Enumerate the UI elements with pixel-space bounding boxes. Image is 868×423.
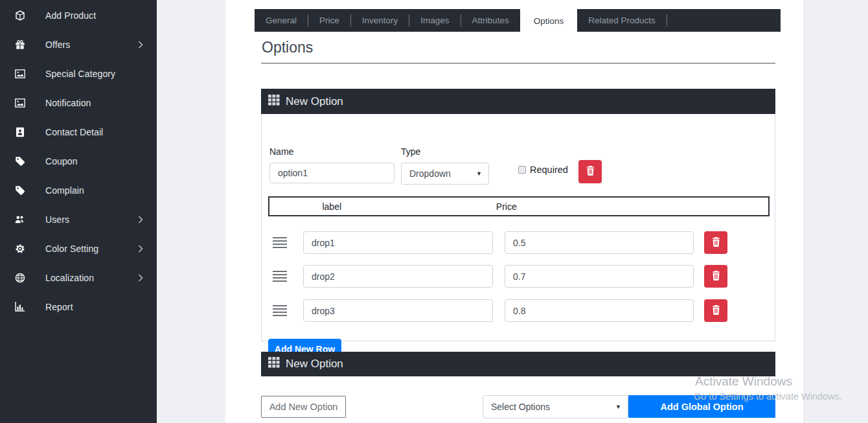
- sidebar-item-localization[interactable]: Localization: [0, 263, 157, 292]
- product-editor-page: Add Product Offers Special Category Noti…: [0, 0, 868, 423]
- sidebar-item-label: Users: [45, 214, 69, 225]
- trash-icon: [712, 271, 720, 282]
- chevron-right-icon: [138, 245, 143, 253]
- sidebar-item-label: Notification: [45, 98, 91, 108]
- sidebar-item-label: Complain: [45, 185, 84, 196]
- trash-icon: [586, 166, 595, 177]
- tab-general[interactable]: General: [255, 9, 308, 32]
- sidebar-item-label: Color Setting: [45, 244, 98, 254]
- address-book-icon: [14, 127, 25, 137]
- title-divider: [261, 63, 775, 63]
- sidebar-item-label: Special Category: [45, 69, 115, 79]
- column-header-price: Price: [394, 201, 619, 212]
- sidebar-item-offers[interactable]: Offers: [0, 30, 157, 59]
- tab-attributes[interactable]: Attributes: [461, 9, 520, 32]
- panel-title: New Option: [286, 358, 343, 371]
- product-tab-bar: General Price Inventory Images Attribute…: [255, 9, 781, 32]
- new-option-panel: New Option Name Type Dropdown ▼ Required…: [261, 89, 775, 341]
- delete-option-button[interactable]: [578, 160, 602, 183]
- tab-images[interactable]: Images: [409, 9, 460, 32]
- sidebar-item-notification[interactable]: Notification: [0, 88, 157, 117]
- option-name-input[interactable]: [269, 163, 394, 183]
- gear-icon: [14, 244, 25, 254]
- tab-price[interactable]: Price: [308, 9, 350, 32]
- chevron-right-icon: [138, 41, 143, 49]
- second-new-option-panel: New Option: [261, 352, 775, 376]
- delete-row-button[interactable]: [704, 231, 727, 254]
- tag-icon: [14, 185, 25, 196]
- row-price-input[interactable]: [505, 299, 694, 322]
- page-title: Options: [262, 39, 313, 56]
- table-grid-icon: [268, 357, 280, 371]
- row-label-input[interactable]: [303, 299, 493, 322]
- gift-icon: [14, 40, 25, 50]
- select-caret-icon: ▼: [615, 404, 621, 410]
- globe-icon: [14, 273, 25, 283]
- tag-icon: [14, 156, 25, 166]
- tab-inventory[interactable]: Inventory: [351, 9, 409, 32]
- add-new-option-button[interactable]: Add New Option: [261, 396, 346, 418]
- sidebar-item-label: Coupon: [45, 156, 78, 166]
- add-global-option-button[interactable]: Add Global Option: [628, 395, 775, 418]
- sidebar-item-color-setting[interactable]: Color Setting: [0, 234, 157, 263]
- chevron-right-icon: [138, 274, 143, 282]
- row-label-input[interactable]: [303, 265, 493, 288]
- image-icon: [14, 98, 25, 108]
- sidebar-item-coupon[interactable]: Coupon: [0, 146, 157, 176]
- row-drag-handle[interactable]: [273, 305, 287, 316]
- required-checkbox[interactable]: [518, 166, 526, 174]
- rows-table-header: label Price: [268, 196, 770, 216]
- row-price-input[interactable]: [505, 265, 694, 288]
- panel-title: New Option: [286, 95, 343, 108]
- type-label: Type: [401, 146, 420, 157]
- row-label-input[interactable]: [303, 231, 493, 254]
- chevron-right-icon: [138, 216, 143, 223]
- global-options-select[interactable]: Select Options ▼: [483, 395, 628, 418]
- row-drag-handle[interactable]: [273, 237, 287, 248]
- table-grid-icon: [268, 95, 280, 109]
- option-type-select[interactable]: Dropdown ▼: [401, 163, 489, 185]
- sidebar-item-label: Offers: [45, 40, 70, 50]
- product-box-icon: [14, 10, 25, 21]
- tab-options-active[interactable]: Options: [520, 7, 578, 34]
- sidebar-item-label: Contact Detail: [45, 127, 103, 137]
- delete-row-button[interactable]: [704, 299, 727, 322]
- second-new-option-panel-header[interactable]: New Option: [261, 352, 775, 376]
- required-label: Required: [530, 165, 568, 175]
- tab-related-products[interactable]: Related Products: [577, 9, 667, 32]
- new-option-panel-header: New Option: [261, 89, 775, 114]
- sidebar-item-label: Add Product: [45, 10, 96, 21]
- sidebar-item-report[interactable]: Report: [0, 292, 157, 321]
- select-caret-icon: ▼: [476, 170, 482, 177]
- sidebar-item-special-category[interactable]: Special Category: [0, 59, 157, 88]
- selected-type-value: Dropdown: [409, 168, 451, 179]
- image-icon: [14, 69, 25, 78]
- sidebar-item-users[interactable]: Users: [0, 205, 157, 234]
- sidebar-item-label: Report: [45, 302, 73, 312]
- trash-icon: [712, 305, 720, 317]
- name-label: Name: [269, 146, 293, 157]
- sidebar-item-label: Localization: [45, 273, 94, 283]
- row-drag-handle[interactable]: [273, 271, 287, 282]
- column-header-label: label: [269, 201, 394, 212]
- tab-separator: [667, 14, 667, 27]
- new-option-panel-body: Name Type Dropdown ▼ Required label Pric…: [261, 114, 775, 341]
- row-price-input[interactable]: [505, 231, 694, 254]
- sidebar-item-complain[interactable]: Complain: [0, 176, 157, 205]
- users-icon: [14, 214, 25, 224]
- sidebar: Add Product Offers Special Category Noti…: [0, 0, 157, 423]
- selected-global-option-value: Select Options: [491, 402, 550, 412]
- sidebar-item-add-product[interactable]: Add Product: [0, 1, 157, 30]
- bar-chart-icon: [14, 302, 25, 312]
- sidebar-item-contact-detail[interactable]: Contact Detail: [0, 117, 157, 146]
- trash-icon: [712, 237, 720, 249]
- delete-row-button[interactable]: [704, 265, 727, 288]
